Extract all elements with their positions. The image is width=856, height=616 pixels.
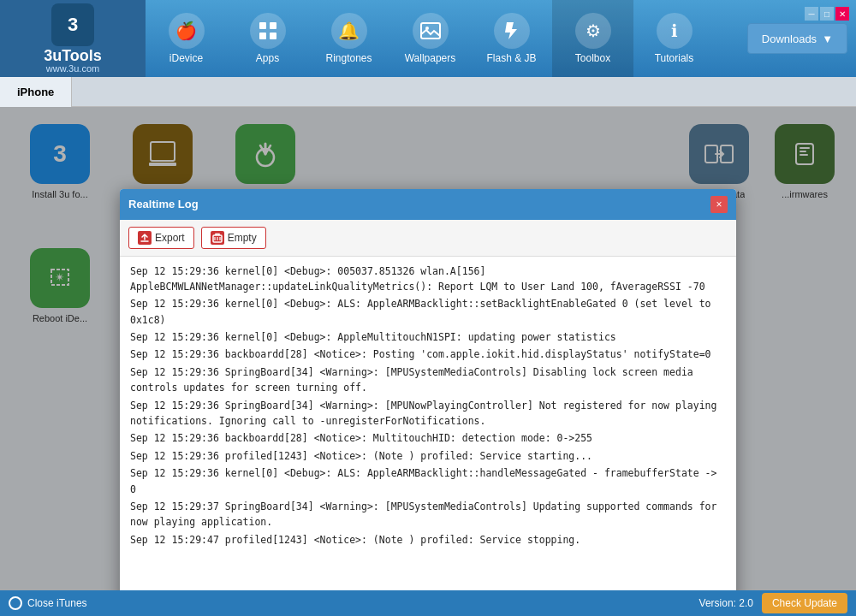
downloads-button[interactable]: Downloads ▼ xyxy=(747,23,847,54)
empty-button[interactable]: Empty xyxy=(201,227,266,249)
nav-item-ringtones[interactable]: 🔔 Ringtones xyxy=(308,0,389,77)
close-window-button[interactable]: ✕ xyxy=(835,7,849,21)
export-icon xyxy=(138,231,152,245)
log-line: Sep 12 15:29:36 kernel[0] <Debug>: ALS: … xyxy=(130,465,726,497)
nav-item-wallpapers[interactable]: Wallpapers xyxy=(389,0,471,77)
logo-icon: 3 xyxy=(51,3,94,46)
nav-label-flash-jb: Flash & JB xyxy=(486,52,536,64)
minimize-button[interactable]: ─ xyxy=(805,7,818,21)
nav-label-toolbox: Toolbox xyxy=(575,52,610,64)
nav-label-apps: Apps xyxy=(256,52,279,64)
top-nav-bar: 3 3uTools www.3u.com 🍎 iDevice Apps 🔔 Ri… xyxy=(0,0,856,77)
maximize-button[interactable]: □ xyxy=(820,7,834,21)
wallpapers-icon xyxy=(413,13,449,49)
nav-label-ringtones: Ringtones xyxy=(325,52,372,64)
empty-icon xyxy=(211,231,224,245)
downloads-arrow-icon: ▼ xyxy=(822,33,833,45)
nav-item-toolbox[interactable]: ⚙ Toolbox xyxy=(552,0,633,77)
svg-rect-0 xyxy=(259,22,266,29)
close-itunes-label: Close iTunes xyxy=(27,597,87,609)
nav-item-apps[interactable]: Apps xyxy=(227,0,308,77)
status-bar: Close iTunes Version: 2.0 Check Update xyxy=(0,590,856,616)
nav-item-flash-jb[interactable]: Flash & JB xyxy=(471,0,552,77)
nav-item-tutorials[interactable]: ℹ Tutorials xyxy=(633,0,715,77)
secondary-nav: iPhone xyxy=(0,77,856,107)
log-line: Sep 12 15:29:36 SpringBoard[34] <Warning… xyxy=(130,398,726,429)
log-line: Sep 12 15:29:36 profiled[1243] <Notice>:… xyxy=(130,448,726,464)
modal-toolbar: Export Empty xyxy=(120,220,736,257)
nav-items: 🍎 iDevice Apps 🔔 Ringtones Wallpapers Fl… xyxy=(146,0,747,77)
status-indicator-icon xyxy=(9,596,22,610)
log-line: Sep 12 15:29:36 SpringBoard[34] <Warning… xyxy=(130,364,726,396)
check-update-button[interactable]: Check Update xyxy=(762,593,847,613)
flash-jb-icon xyxy=(494,13,530,49)
export-button[interactable]: Export xyxy=(128,227,194,249)
ringtones-icon: 🔔 xyxy=(331,13,367,49)
log-line: Sep 12 15:29:36 kernel[0] <Debug>: Apple… xyxy=(130,329,726,345)
main-content: 3 Install 3u fo... Compress P... Reboot … xyxy=(0,107,856,590)
toolbox-icon: ⚙ xyxy=(575,13,611,49)
idevice-icon: 🍎 xyxy=(169,13,205,49)
log-line: Sep 12 15:29:37 SpringBoard[34] <Warning… xyxy=(130,499,726,530)
log-line: Sep 12 15:29:47 profiled[1243] <Notice>:… xyxy=(130,532,726,548)
downloads-label: Downloads xyxy=(762,33,817,45)
modal-overlay: Realtime Log × Export Empty xyxy=(0,107,856,590)
status-left: Close iTunes xyxy=(9,596,87,610)
empty-label: Empty xyxy=(228,232,257,244)
svg-rect-2 xyxy=(259,33,266,39)
version-label: Version: 2.0 xyxy=(699,597,753,609)
logo-area: 3 3uTools www.3u.com xyxy=(0,0,146,77)
nav-label-wallpapers: Wallpapers xyxy=(405,52,456,64)
window-controls: ─ □ ✕ xyxy=(805,7,849,21)
app-url: www.3u.com xyxy=(46,63,99,74)
log-line: Sep 12 15:29:36 kernel[0] <Debug>: 00503… xyxy=(130,264,726,295)
log-line: Sep 12 15:29:36 kernel[0] <Debug>: ALS: … xyxy=(130,296,726,328)
app-name: 3uTools xyxy=(44,48,102,63)
status-right: Version: 2.0 Check Update xyxy=(699,593,847,613)
log-line: Sep 12 15:29:36 backboardd[28] <Notice>:… xyxy=(130,430,726,446)
apps-icon xyxy=(250,13,286,49)
svg-rect-3 xyxy=(270,33,276,39)
log-area[interactable]: Sep 12 15:29:36 kernel[0] <Debug>: 00503… xyxy=(120,257,736,591)
svg-rect-1 xyxy=(270,22,276,29)
export-label: Export xyxy=(155,232,185,244)
nav-item-idevice[interactable]: 🍎 iDevice xyxy=(146,0,227,77)
modal-title: Realtime Log xyxy=(128,198,199,210)
tutorials-icon: ℹ xyxy=(657,13,693,49)
log-line: Sep 12 15:29:36 backboardd[28] <Notice>:… xyxy=(130,346,726,362)
modal-title-bar: Realtime Log × xyxy=(120,189,736,220)
nav-label-idevice: iDevice xyxy=(169,52,203,64)
iphone-tab[interactable]: iPhone xyxy=(0,77,72,107)
realtime-log-modal: Realtime Log × Export Empty xyxy=(120,189,736,591)
nav-label-tutorials: Tutorials xyxy=(655,52,694,64)
modal-close-button[interactable]: × xyxy=(710,196,728,213)
